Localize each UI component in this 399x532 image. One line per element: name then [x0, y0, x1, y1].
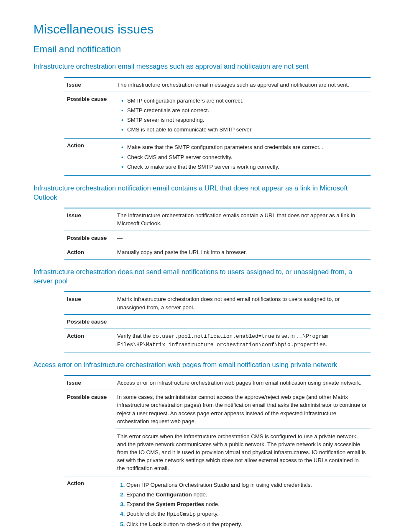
bullet-item: Check CMS and SMTP server connectivity. — [127, 152, 367, 162]
cause-paragraph: This error occurs when the infrastructur… — [115, 429, 371, 473]
page-title: Miscellaneous issues — [33, 20, 371, 39]
row-label-cause: Possible cause — [64, 231, 115, 245]
step-item: Expand the Configuration node. — [126, 490, 367, 499]
row-value-cause: SMTP configuration parameters are not co… — [115, 92, 371, 139]
row-value-action: Manually copy and paste the URL link int… — [115, 245, 371, 259]
step-item: Click the Lock button to check out the p… — [126, 519, 367, 529]
row-value-issue: The infrastructure orchestration email m… — [115, 77, 371, 92]
row-label-action: Action — [64, 245, 115, 259]
step-item: Update the property value to the hostnam… — [126, 529, 367, 532]
action-text: Verify that the — [117, 333, 152, 339]
bullet-item: CMS is not able to communicate with SMTP… — [127, 125, 367, 134]
row-value-issue: Matrix infrastructure orchestration does… — [115, 292, 371, 314]
row-value-action: Verify that the oo.user.pool.notificatio… — [115, 329, 371, 352]
row-label-action: Action — [64, 139, 115, 175]
row-label-cause: Possible cause — [64, 390, 115, 476]
row-label-action: Action — [64, 476, 115, 532]
row-value-issue: The infrastructure orchestration notific… — [115, 208, 371, 231]
action-code: oo.user.pool.notification.enabled=true — [152, 333, 274, 339]
action-text: . — [326, 341, 327, 347]
row-label-issue: Issue — [64, 292, 115, 314]
row-label-issue: Issue — [64, 375, 115, 390]
issue-table: Issue Access error on infrastructure orc… — [64, 375, 371, 532]
step-item: Expand the System Properties node. — [126, 499, 367, 509]
bullet-item: Check to make sure that the SMTP server … — [127, 162, 367, 172]
action-text: is set in — [274, 333, 296, 339]
topic-heading: Infrastructure orchestration does not se… — [33, 267, 371, 286]
row-value-cause: — — [115, 314, 371, 329]
bullet-item: SMTP server is not responding. — [127, 115, 367, 125]
step-item: Double click the HpioCmsIp property. — [126, 509, 367, 519]
row-value-cause: In some cases, the administrator cannot … — [115, 390, 371, 476]
row-label-issue: Issue — [64, 77, 115, 92]
bullet-item: SMTP credentials are not correct. — [127, 105, 367, 115]
issue-table: Issue The infrastructure orchestration e… — [64, 77, 371, 176]
row-value-action: Make sure that the SMTP configuration pa… — [115, 139, 371, 175]
row-label-issue: Issue — [64, 208, 115, 231]
row-label-cause: Possible cause — [64, 314, 115, 329]
bullet-item: SMTP configuration parameters are not co… — [127, 96, 367, 105]
row-label-cause: Possible cause — [64, 92, 115, 139]
bullet-item: Make sure that the SMTP configuration pa… — [127, 142, 367, 152]
step-item: Open HP Operations Orchestration Studio … — [126, 480, 367, 490]
section-title: Email and notification — [33, 43, 371, 56]
row-value-cause: — — [115, 231, 371, 245]
issue-table: Issue The infrastructure orchestration n… — [64, 208, 371, 260]
topic-heading: Infrastructure orchestration notificatio… — [33, 183, 371, 202]
topic-heading: Access error on infrastructure orchestra… — [33, 360, 371, 369]
row-value-issue: Access error on infrastructure orchestra… — [115, 375, 371, 390]
issue-table: Issue Matrix infrastructure orchestratio… — [64, 291, 371, 352]
topic-heading: Infrastructure orchestration email messa… — [33, 62, 371, 71]
row-label-action: Action — [64, 329, 115, 352]
row-value-action: Open HP Operations Orchestration Studio … — [115, 476, 371, 532]
cause-paragraph: In some cases, the administrator cannot … — [117, 393, 367, 425]
